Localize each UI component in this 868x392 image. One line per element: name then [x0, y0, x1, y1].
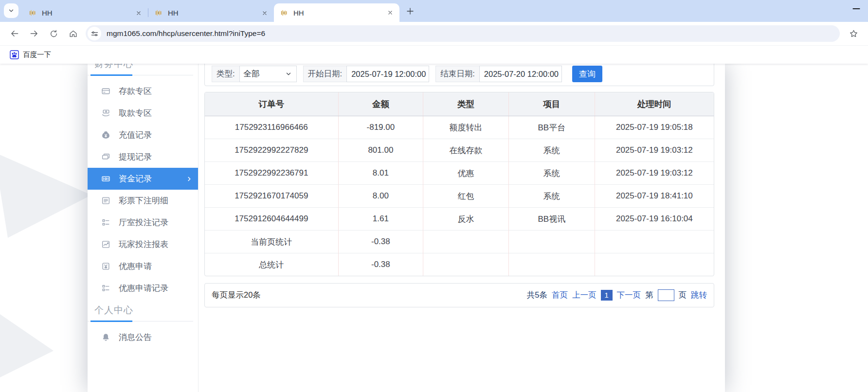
tab-2[interactable]: HH: [148, 4, 274, 22]
funds-banknote-icon: [101, 174, 110, 183]
address-bar[interactable]: mgm1065.com/hhcp/usercenter.html?iniType…: [86, 25, 840, 42]
section-underline: [88, 75, 193, 75]
tab-close-button[interactable]: [133, 8, 144, 18]
reload-button[interactable]: [45, 25, 62, 42]
cell-金额: 8.00: [338, 185, 423, 208]
page-body: 财务中心存款专区取款专区充值记录提现记录资金记录彩票下注明细厅室投注记录玩家投注…: [0, 64, 868, 392]
sidebar-item-recharge-record[interactable]: 充值记录: [88, 124, 198, 146]
cell-类型: 优惠: [423, 162, 509, 185]
table-row: 1752922992227829801.00在线存款系统2025-07-19 1…: [205, 139, 714, 162]
filter-bar: 类型: 全部 开始日期: 2025-07-19 12:00:00 结束日期: 2: [204, 64, 714, 86]
usercenter-sheet: 财务中心存款专区取款专区充值记录提现记录资金记录彩票下注明细厅室投注记录玩家投注…: [88, 64, 725, 392]
sidebar-item-promo-apply-record[interactable]: 优惠申请记录: [88, 277, 198, 299]
new-tab-button[interactable]: [403, 4, 417, 18]
cell-项目: BB视讯: [508, 208, 595, 231]
jump-suffix-label: 页: [679, 290, 687, 301]
sidebar-item-label: 彩票下注明细: [119, 195, 168, 206]
sidebar-item-withdraw-zone[interactable]: 取款专区: [88, 102, 198, 124]
sidebar-item-funds-record[interactable]: 资金记录: [88, 168, 198, 190]
first-page-link[interactable]: 首页: [552, 290, 568, 301]
select-arrow-icon: [285, 70, 292, 78]
cell-金额: -0.38: [338, 253, 423, 276]
jump-prefix-label: 第: [645, 290, 653, 301]
tab-search-button[interactable]: [4, 3, 18, 18]
sidebar-item-label: 厅室投注记录: [119, 217, 168, 228]
bell-icon: [101, 333, 110, 342]
column-header: 金额: [338, 92, 423, 116]
cell-金额: 1.61: [338, 208, 423, 231]
cell-金额: 8.01: [338, 162, 423, 185]
cell-处理时间: 2025-07-19 16:10:04: [595, 208, 714, 231]
total-count-text: 共5条: [527, 290, 547, 301]
next-page-link[interactable]: 下一页: [617, 290, 641, 301]
reload-icon: [49, 29, 58, 38]
table-row: 17529126046444991.61反水BB视讯2025-07-19 16:…: [205, 208, 714, 231]
records-table-box: 订单号金额类型项目处理时间 1752923116966466-819.00额度转…: [204, 92, 714, 276]
bookmark-star-button[interactable]: [845, 25, 862, 42]
cell-项目: BB平台: [508, 116, 595, 139]
window-minimize-button[interactable]: [851, 4, 861, 14]
cell-处理时间: 2025-07-19 19:05:18: [595, 116, 714, 139]
table-row: 1752923116966466-819.00额度转出BB平台2025-07-1…: [205, 116, 714, 139]
forward-button[interactable]: [26, 25, 42, 42]
cell-处理时间: 2025-07-19 18:41:10: [595, 185, 714, 208]
sidebar-item-withdrawal-record[interactable]: 提现记录: [88, 146, 198, 168]
close-icon: [135, 10, 142, 17]
decor-triangle: [0, 141, 91, 238]
cell-类型: [423, 231, 509, 253]
back-button[interactable]: [6, 25, 23, 42]
cell-类型: 在线存款: [423, 139, 509, 162]
end-date-input[interactable]: 2025-07-20 12:00:00: [479, 66, 562, 82]
tab-1[interactable]: HH: [22, 4, 148, 22]
type-filter-group: 类型: 全部: [212, 66, 297, 82]
tab-strip: HH HH HH: [0, 0, 868, 22]
tab-3-active[interactable]: HH: [274, 3, 399, 22]
jump-button[interactable]: 跳转: [691, 290, 707, 301]
sidebar-item-label: 优惠申请: [119, 261, 152, 272]
url-text: mgm1065.com/hhcp/usercenter.html?iniType…: [107, 29, 265, 38]
sidebar-item-label: 优惠申请记录: [119, 283, 168, 294]
site-favicon: [155, 9, 163, 17]
section-underline: [88, 321, 193, 321]
sidebar-item-player-bet-report[interactable]: 玩家投注报表: [88, 233, 198, 255]
summary-row: 总统计-0.38: [205, 253, 714, 276]
bookmark-baidu[interactable]: 百度一下: [6, 48, 55, 61]
sidebar-item-room-bet-record[interactable]: 厅室投注记录: [88, 212, 198, 233]
grid-list-icon: [101, 284, 110, 293]
site-favicon: [280, 9, 289, 17]
sidebar-item-label: 玩家投注报表: [119, 239, 168, 250]
back-arrow-icon: [10, 29, 19, 38]
sidebar-item-lottery-bet-detail[interactable]: 彩票下注明细: [88, 190, 198, 212]
sidebar-section-title: 个人中心: [88, 302, 198, 321]
sidebar-item-message-notice[interactable]: 消息公告: [88, 326, 198, 348]
home-button[interactable]: [65, 25, 81, 42]
cell-类型: [423, 253, 509, 276]
site-info-button[interactable]: [88, 27, 101, 40]
cell-处理时间: 2025-07-19 19:03:12: [595, 139, 714, 162]
site-settings-icon: [90, 30, 99, 38]
deposit-card-icon: [101, 87, 110, 96]
column-header: 处理时间: [595, 92, 714, 116]
sidebar-item-deposit-zone[interactable]: 存款专区: [88, 80, 198, 102]
tab-title: HH: [168, 9, 259, 17]
query-button[interactable]: 查询: [572, 66, 602, 82]
bookmark-label: 百度一下: [23, 50, 51, 59]
baidu-paw-icon: [10, 50, 19, 59]
sidebar-item-promo-apply[interactable]: 优惠申请: [88, 255, 198, 277]
records-table: 订单号金额类型项目处理时间 1752923116966466-819.00额度转…: [205, 92, 714, 276]
cell-处理时间: [595, 253, 714, 276]
tab-close-button[interactable]: [259, 8, 270, 18]
start-date-input[interactable]: 2025-07-19 12:00:00: [346, 66, 429, 82]
type-select[interactable]: 全部: [239, 66, 297, 82]
page-jump-input[interactable]: [658, 289, 674, 301]
cell-金额: -0.38: [338, 231, 423, 253]
bookmarks-bar: 百度一下: [0, 45, 868, 64]
promo-coupon-icon: [101, 262, 110, 271]
cell-金额: 801.00: [338, 139, 423, 162]
tab-close-button[interactable]: [385, 7, 396, 18]
sidebar-item-label: 资金记录: [119, 173, 152, 184]
cell-处理时间: [595, 231, 714, 253]
current-page-badge[interactable]: 1: [601, 290, 613, 301]
cell-项目: 系统: [508, 162, 595, 185]
prev-page-link[interactable]: 上一页: [572, 290, 597, 301]
